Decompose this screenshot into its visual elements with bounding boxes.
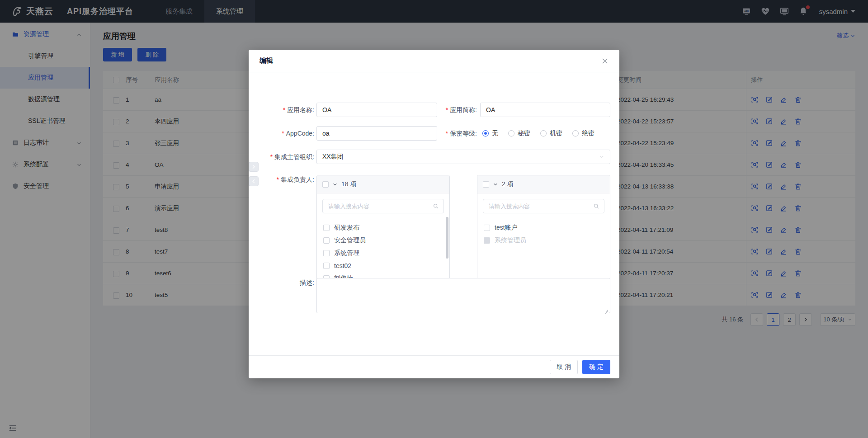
radio-dot [540, 130, 547, 137]
edit-application-modal: 编辑 应用名称: 应用简称: AppCode: 保密等级: 无 秘密 机密 绝密… [249, 50, 619, 378]
chevron-down-icon[interactable] [332, 182, 338, 187]
radio-confidential[interactable]: 机密 [540, 129, 562, 137]
search-icon [433, 203, 439, 209]
transfer-item-disabled: 系统管理员 [484, 234, 610, 247]
item-label: test账户 [495, 224, 518, 232]
transfer-item[interactable]: test账户 [484, 221, 610, 234]
radio-top-secret[interactable]: 绝密 [572, 129, 594, 137]
chevron-down-icon [599, 154, 604, 160]
description-textarea[interactable] [316, 278, 610, 313]
radio-label: 无 [492, 129, 498, 137]
transfer-to-left-button[interactable] [249, 176, 259, 186]
item-checkbox[interactable] [323, 225, 330, 231]
radio-dot [572, 130, 579, 137]
transfer-source-count: 18 项 [341, 180, 356, 188]
application-root: 天燕云 API服务治理平台 服务集成 系统管理 API [0, 0, 868, 438]
item-label: 系统管理 [334, 249, 359, 257]
secrecy-radio-group: 无 秘密 机密 绝密 [482, 126, 594, 141]
transfer-target-search [483, 199, 604, 213]
search-icon [593, 203, 599, 209]
transfer-item[interactable]: 研发发布 [323, 221, 449, 234]
transfer-source-header: 18 项 [317, 175, 449, 193]
modal-title: 编辑 [259, 57, 273, 65]
org-label: 集成主管组织: [249, 150, 314, 164]
cancel-button[interactable]: 取 消 [550, 360, 578, 374]
modal-footer: 取 消 确 定 [249, 355, 619, 378]
secrecy-label: 保密等级: [398, 126, 477, 141]
transfer-target-count: 2 项 [502, 180, 514, 188]
close-icon[interactable] [601, 57, 609, 65]
app-name-label: 应用名称: [249, 103, 314, 117]
app-code-label: AppCode: [249, 126, 314, 141]
transfer-source-search-input[interactable] [327, 203, 433, 210]
radio-dot [482, 130, 489, 137]
transfer-item[interactable]: 系统管理 [323, 247, 449, 259]
item-label: test02 [334, 262, 351, 269]
item-label: 系统管理员 [495, 236, 526, 245]
item-checkbox[interactable] [323, 250, 330, 256]
org-select-value: XX集团 [322, 153, 599, 161]
app-short-label: 应用简称: [398, 103, 477, 117]
org-select[interactable]: XX集团 [316, 150, 610, 164]
radio-none[interactable]: 无 [482, 129, 498, 137]
transfer-target-select-all-checkbox[interactable] [483, 181, 489, 188]
description-label: 描述: [249, 278, 314, 287]
radio-label: 秘密 [518, 129, 530, 137]
transfer-source-select-all-checkbox[interactable] [322, 181, 329, 188]
item-checkbox[interactable] [323, 263, 330, 269]
radio-label: 绝密 [582, 129, 594, 137]
modal-header: 编辑 [249, 50, 619, 72]
scrollbar-thumb[interactable] [446, 217, 448, 259]
transfer-target-search-input[interactable] [488, 203, 593, 210]
item-checkbox[interactable] [323, 237, 330, 244]
item-label: 安全管理员 [334, 236, 366, 245]
transfer-item[interactable]: 安全管理员 [323, 234, 449, 247]
item-checkbox [484, 237, 490, 244]
chevron-down-icon[interactable] [493, 182, 498, 187]
item-checkbox[interactable] [484, 225, 490, 231]
confirm-button[interactable]: 确 定 [582, 360, 610, 374]
transfer-source-search [322, 199, 444, 213]
radio-dot [508, 130, 514, 137]
radio-secret[interactable]: 秘密 [508, 129, 530, 137]
transfer-item[interactable]: test02 [323, 259, 449, 272]
app-short-input[interactable] [480, 103, 610, 117]
transfer-to-right-button[interactable] [249, 162, 259, 172]
radio-label: 机密 [550, 129, 562, 137]
transfer-target-header: 2 项 [477, 175, 610, 193]
item-label: 研发发布 [334, 224, 359, 232]
